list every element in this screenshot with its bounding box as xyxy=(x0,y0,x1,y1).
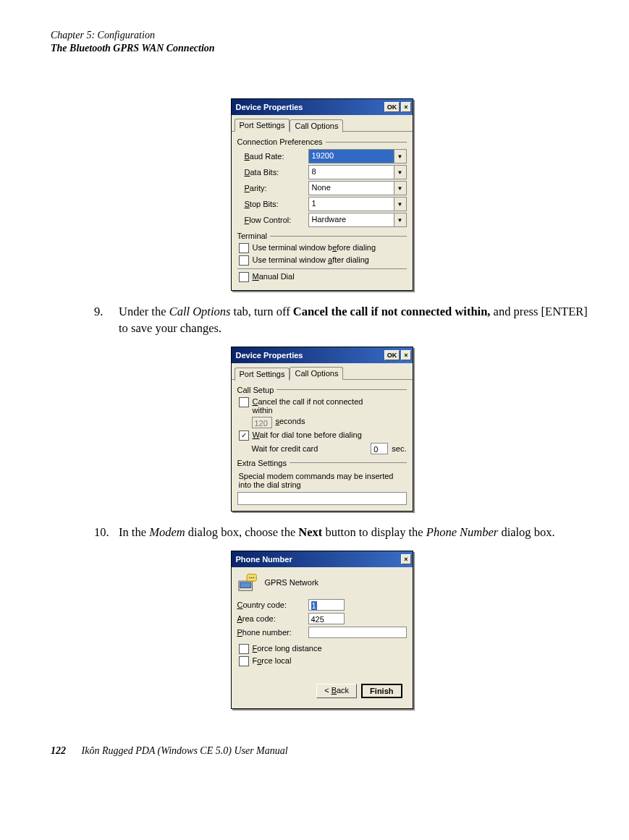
data-bits-combo[interactable]: 8 ▼ xyxy=(308,165,407,179)
data-bits-label: Data Bits: xyxy=(237,168,308,177)
close-button[interactable]: × xyxy=(401,350,410,360)
figure-device-properties-call: Device Properties OK × Port Settings Cal… xyxy=(51,347,593,512)
area-code-input[interactable]: 425 xyxy=(308,613,345,624)
dropdown-arrow-icon: ▼ xyxy=(394,213,406,226)
baud-rate-combo[interactable]: 19200 ▼ xyxy=(308,149,407,164)
back-button[interactable]: < Back xyxy=(316,684,357,698)
flow-control-label: Flow Control: xyxy=(237,216,308,224)
titlebar: Phone Number × xyxy=(232,551,413,567)
panel-call-options: Call Setup Cancel the call if not connec… xyxy=(232,380,413,511)
force-local-label: Force local xyxy=(253,656,292,665)
tab-call-options[interactable]: Call Options xyxy=(290,119,343,132)
group-label-text: Connection Preferences xyxy=(237,137,323,146)
wait-credit-card-label: Wait for credit card xyxy=(252,444,368,453)
step-body: In the Modem dialog box, choose the Next… xyxy=(119,525,593,540)
tab-port-settings[interactable]: Port Settings xyxy=(235,119,290,132)
group-extra-settings: Extra Settings xyxy=(237,459,407,467)
tab-strip: Port Settings Call Options xyxy=(232,115,413,132)
country-code-label: Country code: xyxy=(237,601,308,609)
device-properties-dialog-2: Device Properties OK × Port Settings Cal… xyxy=(231,347,413,512)
terminal-before-label: Use terminal window before dialing xyxy=(253,243,376,252)
tab-call-options[interactable]: Call Options xyxy=(290,367,343,380)
chapter-label: Chapter 5: Configuration xyxy=(51,29,593,42)
group-terminal: Terminal xyxy=(237,232,407,240)
step-body: Under the Call Options tab, turn off Can… xyxy=(119,304,593,336)
svg-rect-1 xyxy=(240,582,250,588)
close-button[interactable]: × xyxy=(401,554,410,564)
step-9: 9. Under the Call Options tab, turn off … xyxy=(94,304,593,336)
group-label-text: Terminal xyxy=(237,232,268,240)
page-footer: 122 Ikôn Rugged PDA (Windows CE 5.0) Use… xyxy=(51,745,593,757)
group-connection-preferences: Connection Preferences xyxy=(237,137,407,146)
dropdown-arrow-icon: ▼ xyxy=(394,150,406,163)
close-button[interactable]: × xyxy=(401,102,410,112)
flow-control-combo[interactable]: Hardware ▼ xyxy=(308,213,407,227)
svg-point-3 xyxy=(248,577,250,579)
panel-phone-number: GPRS Network Country code: 1 Area code: … xyxy=(232,567,413,708)
cancel-call-label: Cancel the call if not connectedwithin xyxy=(253,397,363,415)
dialog-title: Device Properties xyxy=(236,351,383,360)
credit-card-seconds-input[interactable]: 0 xyxy=(371,443,388,454)
terminal-after-label: Use terminal window after dialing xyxy=(253,255,369,264)
tab-strip: Port Settings Call Options xyxy=(232,363,413,380)
tab-port-settings[interactable]: Port Settings xyxy=(235,368,290,381)
wait-dial-tone-checkbox[interactable] xyxy=(239,430,249,441)
wait-dial-tone-label: Wait for dial tone before dialing xyxy=(253,430,362,439)
step-number: 9. xyxy=(94,304,119,336)
extra-settings-input[interactable] xyxy=(237,492,407,505)
device-properties-dialog-1: Device Properties OK × Port Settings Cal… xyxy=(231,98,413,291)
cancel-call-checkbox[interactable] xyxy=(239,397,249,407)
svg-point-4 xyxy=(250,577,252,579)
parity-label: Parity: xyxy=(237,184,308,192)
terminal-before-checkbox[interactable] xyxy=(239,243,249,253)
titlebar: Device Properties OK × xyxy=(232,99,413,115)
force-long-distance-label: Force long distance xyxy=(253,644,322,653)
figure-device-properties-port: Device Properties OK × Port Settings Cal… xyxy=(51,98,593,291)
extra-settings-text: Special modem commands may be inserted i… xyxy=(237,470,407,492)
manual-title: Ikôn Rugged PDA (Windows CE 5.0) User Ma… xyxy=(82,745,288,756)
manual-dial-label: Manual Dial xyxy=(253,272,295,281)
cc-seconds-unit: sec. xyxy=(392,444,406,453)
force-local-checkbox[interactable] xyxy=(239,656,249,666)
seconds-label: seconds xyxy=(276,417,305,425)
stop-bits-combo[interactable]: 1 ▼ xyxy=(308,197,407,211)
group-call-setup: Call Setup xyxy=(237,386,407,394)
dialup-icon xyxy=(237,572,259,593)
phone-number-dialog: Phone Number × GPRS Network Country code… xyxy=(231,551,413,709)
country-code-input[interactable]: 1 xyxy=(308,599,345,611)
ok-button[interactable]: OK xyxy=(384,102,400,112)
page-header: Chapter 5: Configuration The Bluetooth G… xyxy=(51,29,593,55)
parity-combo[interactable]: None ▼ xyxy=(308,181,407,195)
force-long-distance-checkbox[interactable] xyxy=(239,644,249,654)
page-number: 122 xyxy=(51,745,66,756)
dialog-title: Device Properties xyxy=(236,103,383,111)
area-code-label: Area code: xyxy=(237,614,308,623)
dialog-title: Phone Number xyxy=(236,555,400,564)
step-number: 10. xyxy=(94,525,119,540)
panel-port-settings: Connection Preferences Baud Rate: 19200 … xyxy=(232,132,413,290)
section-title: The Bluetooth GPRS WAN Connection xyxy=(51,42,593,55)
dropdown-arrow-icon: ▼ xyxy=(394,198,406,211)
dropdown-arrow-icon: ▼ xyxy=(394,166,406,179)
terminal-after-checkbox[interactable] xyxy=(239,255,249,266)
dropdown-arrow-icon: ▼ xyxy=(394,182,406,195)
ok-button[interactable]: OK xyxy=(384,350,400,360)
phone-number-label: Phone number: xyxy=(237,628,308,637)
connection-name: GPRS Network xyxy=(265,578,319,587)
baud-rate-label: Baud Rate: xyxy=(237,152,308,161)
figure-phone-number: Phone Number × GPRS Network Country code… xyxy=(51,551,593,709)
stop-bits-label: Stop Bits: xyxy=(237,200,308,208)
manual-dial-checkbox[interactable] xyxy=(239,272,249,282)
group-label-text: Call Setup xyxy=(237,386,274,394)
step-10: 10. In the Modem dialog box, choose the … xyxy=(94,525,593,540)
cancel-seconds-input: 120 xyxy=(252,417,272,428)
group-label-text: Extra Settings xyxy=(237,459,287,467)
titlebar: Device Properties OK × xyxy=(232,347,413,363)
finish-button[interactable]: Finish xyxy=(361,684,402,698)
svg-point-5 xyxy=(253,577,254,579)
phone-number-input[interactable] xyxy=(308,627,407,638)
